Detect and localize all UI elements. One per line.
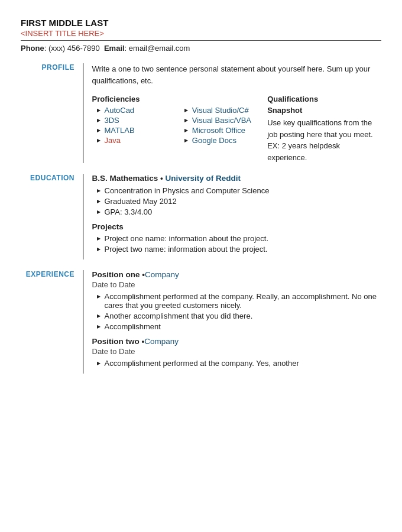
proficiencies-list2: Visual Studio/C# Visual Basic/VBA Micros… [180, 106, 267, 145]
list-item: GPA: 3.3/4.00 [92, 207, 382, 216]
university: University of Reddit [166, 174, 241, 183]
education-content: B.S. Mathematics • University of Reddit … [92, 174, 382, 259]
proficiencies-row: Proficiencies AutoCad 3DS MATLAB Java Vi… [92, 95, 382, 163]
profile-vline [83, 63, 84, 163]
profile-text: Write a one to two sentence personal sta… [92, 63, 382, 86]
phone-number: (xxx) 456-7890 [48, 44, 100, 53]
qualifications-col: Qualifications Snapshot Use key qualific… [267, 95, 381, 163]
proficiencies-col2: Visual Studio/C# Visual Basic/VBA Micros… [180, 95, 267, 163]
proficiencies-title: Proficiencies [92, 95, 180, 103]
list-item: Accomplishment performed at the company.… [92, 359, 382, 368]
list-item: Accomplishment performed at the company.… [92, 292, 382, 310]
list-item: 3DS [92, 116, 180, 125]
proficiencies-list1: AutoCad 3DS MATLAB Java [92, 106, 180, 145]
list-item: Google Docs [180, 136, 267, 145]
proficiencies-col1: Proficiencies AutoCad 3DS MATLAB Java [92, 95, 180, 163]
header-divider [21, 40, 381, 41]
degree-title: B.S. Mathematics • University of Reddit [92, 174, 382, 183]
list-item: AutoCad [92, 106, 180, 115]
email-address: email@email.com [129, 44, 190, 53]
list-item: Graduated May 2012 [92, 197, 382, 206]
position1-bullets: Accomplishment performed at the company.… [92, 292, 382, 331]
list-item: Java [92, 136, 180, 145]
position2-date: Date to Date [92, 347, 382, 356]
snapshot-text: Use key qualifications from the job post… [267, 117, 381, 163]
header: FIRST MIDDLE LAST <INSERT TITLE HERE> Ph… [21, 18, 381, 53]
profile-section: PROFILE Write a one to two sentence pers… [21, 63, 381, 163]
experience-section: EXPERIENCE Position one •Company Date to… [21, 270, 381, 374]
list-item: Another accomplishment that you did ther… [92, 312, 382, 320]
contact-info: Phone: (xxx) 456-7890 Email: email@email… [21, 44, 381, 53]
degree: B.S. Mathematics [92, 174, 158, 183]
experience-label: EXPERIENCE [21, 270, 83, 374]
projects-title: Projects [92, 222, 382, 231]
list-item: Project two name: information about the … [92, 245, 382, 254]
projects-list: Project one name: information about the … [92, 234, 382, 254]
list-item: MATLAB [92, 126, 180, 135]
position1-title: Position one •Company [92, 270, 382, 279]
job-title: <INSERT TITLE HERE> [21, 29, 381, 38]
list-item: Microsoft Office [180, 126, 267, 135]
position1-date: Date to Date [92, 280, 382, 289]
profile-content: Write a one to two sentence personal sta… [92, 63, 382, 163]
list-item: Visual Basic/VBA [180, 116, 267, 125]
list-item: Project one name: information about the … [92, 234, 382, 243]
phone-label: Phone [21, 44, 44, 53]
education-section: EDUCATION B.S. Mathematics • University … [21, 174, 381, 259]
position2-bullets: Accomplishment performed at the company.… [92, 359, 382, 368]
list-item: Accomplishment [92, 322, 382, 331]
position2-title: Position two •Company [92, 337, 382, 346]
full-name: FIRST MIDDLE LAST [21, 18, 381, 28]
education-bullets: Concentration in Physics and Computer Sc… [92, 186, 382, 216]
list-item: Concentration in Physics and Computer Sc… [92, 186, 382, 195]
education-vline [83, 174, 84, 259]
list-item: Visual Studio/C# [180, 106, 267, 115]
position2-company: Company [144, 337, 179, 346]
profile-label: PROFILE [21, 63, 83, 163]
position1-name: Position one [92, 270, 140, 279]
snapshot-title: Snapshot [267, 106, 381, 115]
position1-company: Company [145, 270, 179, 279]
email-label: Email [104, 44, 125, 53]
experience-vline [83, 270, 84, 374]
position2-name: Position two [92, 337, 140, 346]
experience-content: Position one •Company Date to Date Accom… [92, 270, 382, 374]
education-label: EDUCATION [21, 174, 83, 259]
qualifications-title: Qualifications [267, 95, 381, 103]
